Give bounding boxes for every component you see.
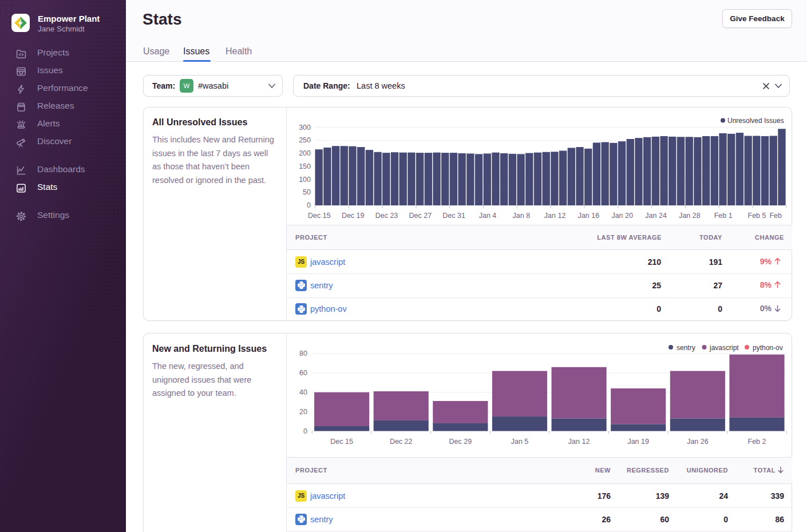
svg-text:0: 0 [303,427,307,435]
svg-text:sentry: sentry [677,344,695,352]
svg-text:Dec 22: Dec 22 [390,438,413,446]
svg-text:60: 60 [299,369,307,377]
svg-text:20: 20 [299,408,307,416]
svg-text:Jan 19: Jan 19 [627,438,649,446]
svg-text:Jan 26: Jan 26 [687,438,709,446]
svg-text:javascript: javascript [709,344,739,352]
svg-text:80: 80 [299,350,307,358]
svg-text:Dec 15: Dec 15 [330,438,353,446]
svg-text:Jan 12: Jan 12 [568,438,590,446]
svg-text:Dec 29: Dec 29 [449,438,472,446]
svg-text:40: 40 [299,388,307,396]
svg-text:python-ov: python-ov [753,344,783,352]
svg-text:Jan 5: Jan 5 [511,438,529,446]
svg-text:Feb 2: Feb 2 [748,438,766,446]
